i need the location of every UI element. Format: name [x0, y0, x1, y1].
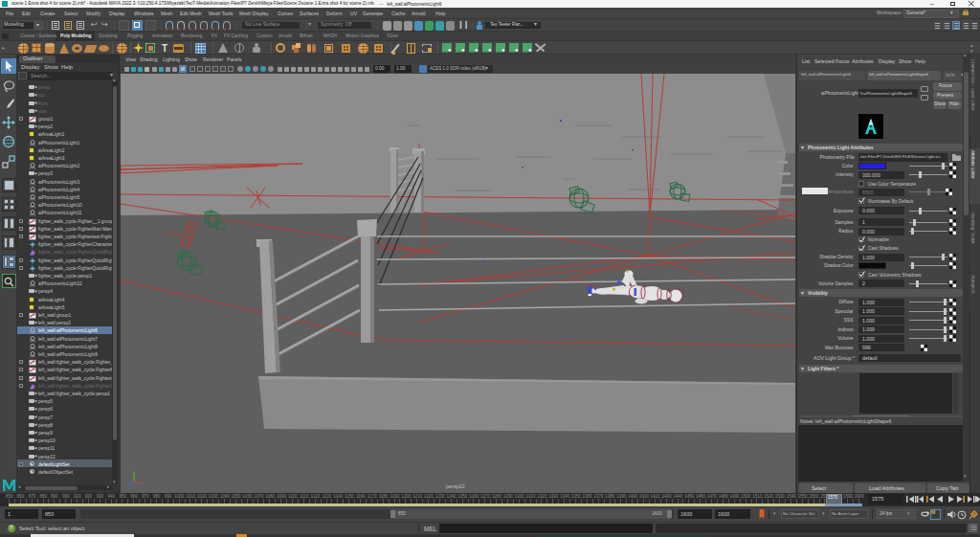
svg-text:persp12: persp12: [446, 483, 465, 489]
